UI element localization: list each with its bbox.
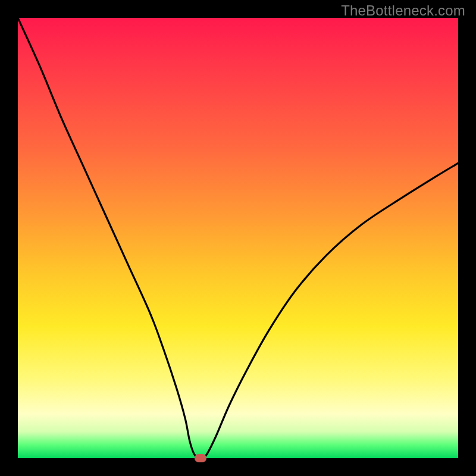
chart-frame: TheBottleneck.com xyxy=(0,0,476,476)
watermark-text: TheBottleneck.com xyxy=(341,2,465,19)
optimum-marker xyxy=(195,454,206,462)
bottleneck-curve xyxy=(18,18,458,458)
plot-area xyxy=(18,18,458,458)
